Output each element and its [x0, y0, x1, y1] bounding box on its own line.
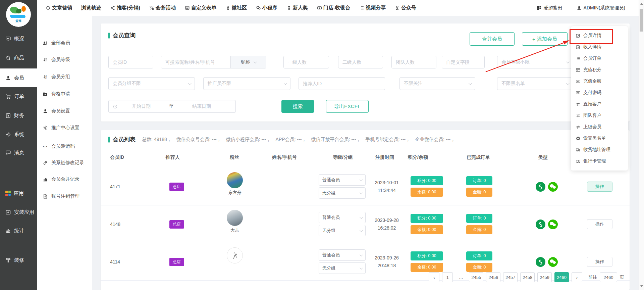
sidebar-item-statistics[interactable]: 统计	[0, 223, 37, 239]
workspace-switcher[interactable]: 爱游盐田	[537, 5, 562, 11]
submenu-account-cancellation[interactable]: 账号注销管理	[37, 190, 92, 203]
merge-member-button[interactable]: 合并会员	[470, 32, 515, 46]
menu-shipping-address[interactable]: 收货地址管理	[571, 144, 628, 155]
export-excel-button[interactable]: 导出EXCEL	[326, 100, 369, 113]
menu-member-detail[interactable]: 会员详情	[571, 30, 628, 41]
submenu-member-settings[interactable]: 会员设置	[37, 104, 92, 118]
sidebar-item-apps[interactable]: 应用	[0, 185, 37, 201]
referrer-id-input[interactable]	[299, 77, 385, 90]
nav-article-marketing[interactable]: 文章营销	[46, 5, 72, 11]
follow-filter-select[interactable]: 不限关注	[399, 77, 475, 90]
scroll-down-arrow[interactable]	[640, 285, 643, 287]
blacklist-filter-select[interactable]: 不限黑名单	[497, 77, 573, 90]
action-button[interactable]: 操作	[587, 219, 612, 229]
sidebar-item-decoration[interactable]: 装修	[0, 252, 37, 268]
menu-superior-member[interactable]: 上级会员	[571, 121, 628, 133]
nav-newcomer-award[interactable]: 新人奖	[286, 5, 308, 11]
submenu-member-group[interactable]: 会员分组	[37, 70, 92, 84]
dashboard-grid-icon	[537, 5, 542, 10]
menu-direct-customers[interactable]: 直推客户	[571, 98, 628, 110]
group-select[interactable]: 无分组	[319, 187, 366, 199]
menu-bank-card[interactable]: 银行卡管理	[571, 155, 628, 167]
search-button[interactable]: 搜索	[281, 100, 314, 113]
page-button-active[interactable]: 2460	[554, 272, 569, 282]
next-page-button[interactable]: ›	[572, 272, 582, 282]
page-button[interactable]: 1	[442, 272, 453, 282]
nav-video-share[interactable]: 视频分享	[359, 5, 386, 11]
award-icon	[286, 5, 291, 10]
prev-page-button[interactable]: ‹	[429, 272, 439, 282]
nav-micro-community[interactable]: 微社区	[225, 5, 247, 11]
end-date-placeholder: 结束日期	[181, 103, 222, 109]
sidebar-item-goods[interactable]: 商品	[0, 50, 37, 66]
nav-mini-program[interactable]: 小程序	[256, 5, 277, 11]
member-id-input[interactable]	[108, 56, 153, 68]
nav-store-cashier[interactable]: 门店-收银台	[317, 5, 350, 11]
add-member-button[interactable]: +添加会员	[522, 32, 568, 46]
scroll-thumb[interactable]	[640, 9, 643, 32]
page-ellipsis[interactable]: …	[455, 272, 466, 282]
sidebar-item-overview[interactable]: 概况	[0, 31, 37, 47]
team-count-input[interactable]	[391, 56, 436, 68]
nav-distribution[interactable]: 推客(分销)	[110, 5, 140, 11]
group-select[interactable]: 无分组	[319, 262, 366, 274]
submenu-member-invite-code[interactable]: 会员邀请码	[37, 140, 92, 153]
menu-recharge-points[interactable]: 充值积分	[571, 64, 628, 76]
menu-recharge-balance[interactable]: 充值余额	[571, 76, 628, 87]
submenu-member-merge-records[interactable]: 会员合并记录	[37, 173, 92, 186]
menu-set-blacklist[interactable]: 设置黑名单	[571, 133, 628, 144]
custom-field-input[interactable]	[442, 56, 485, 68]
money-icon	[576, 90, 581, 95]
date-range-picker[interactable]: 开始日期 至 结束日期	[108, 100, 236, 113]
action-button[interactable]: 操作	[587, 182, 612, 192]
user-menu[interactable]: ADMIN(系统管理员)	[577, 5, 625, 11]
app-logo: 盐海	[6, 2, 31, 27]
group-select[interactable]: 无分组	[319, 225, 366, 236]
nav-label: 推客(分销)	[117, 5, 140, 11]
level-select[interactable]: 普通会员	[319, 174, 366, 186]
level2-count-input[interactable]	[338, 56, 383, 68]
avatar	[227, 210, 243, 226]
submenu-all-members[interactable]: 全部会员	[37, 36, 92, 50]
menu-label: 会员订单	[583, 55, 601, 61]
menu-payment-password[interactable]: 支付密码	[571, 87, 628, 98]
sidebar-item-install-apps[interactable]: 安装应用	[0, 204, 37, 220]
member-grade-select[interactable]: 会员等级不限	[497, 56, 573, 68]
page-button[interactable]: 2459	[537, 272, 552, 282]
sidebar-item-message[interactable]: 消息	[0, 145, 37, 161]
member-group-select[interactable]: 会员分组不限	[108, 77, 195, 90]
sidebar-item-finance[interactable]: 财务	[0, 107, 37, 124]
menu-member-orders[interactable]: 会员订单	[571, 53, 628, 64]
referrer-badge: 总店	[169, 258, 184, 266]
menu-income-detail[interactable]: 收入详情	[571, 41, 628, 53]
level1-count-input[interactable]	[283, 56, 329, 68]
nav-official-account[interactable]: 公众号	[395, 5, 416, 11]
submenu-promotion-center-settings[interactable]: 推广中心设置	[37, 121, 92, 135]
nav-custom-form[interactable]: 自定义表单	[185, 5, 216, 11]
search-type-select[interactable]: 昵称	[230, 56, 266, 68]
sort-alpha-icon	[43, 74, 48, 80]
sidebar-item-order[interactable]: 订单	[0, 88, 37, 104]
submenu-member-level[interactable]: 会员等级	[37, 53, 92, 66]
page-button[interactable]: 2455	[469, 272, 483, 282]
nav-browse-track[interactable]: 浏览轨迹	[81, 5, 101, 11]
level-select[interactable]: 普通会员	[319, 249, 366, 261]
orders-cell: 订单: 0 金额: 0	[466, 214, 492, 234]
promoter-select[interactable]: 推广员不限	[203, 77, 290, 90]
goto-page-input[interactable]	[600, 272, 617, 282]
action-button[interactable]: 操作	[587, 257, 612, 267]
page-button[interactable]: 2457	[503, 272, 518, 282]
page-button[interactable]: 2456	[486, 272, 500, 282]
sidebar-item-member[interactable]: 会员	[0, 68, 37, 87]
scroll-up-arrow[interactable]	[640, 3, 643, 5]
keyword-search-input[interactable]	[161, 56, 230, 68]
submenu-relation-chain-records[interactable]: 关系链修改记录	[37, 156, 92, 170]
sidebar-item-system[interactable]: 系统	[0, 126, 37, 142]
page-scrollbar	[639, 0, 644, 290]
select-value: 昵称	[241, 59, 250, 65]
submenu-qualification-apply[interactable]: 资格申请	[37, 87, 92, 101]
page-button[interactable]: 2458	[520, 272, 535, 282]
menu-team-customers[interactable]: 团队客户	[571, 110, 628, 121]
level-select[interactable]: 普通会员	[319, 212, 366, 223]
nav-conference-activity[interactable]: 会务活动	[149, 5, 176, 11]
